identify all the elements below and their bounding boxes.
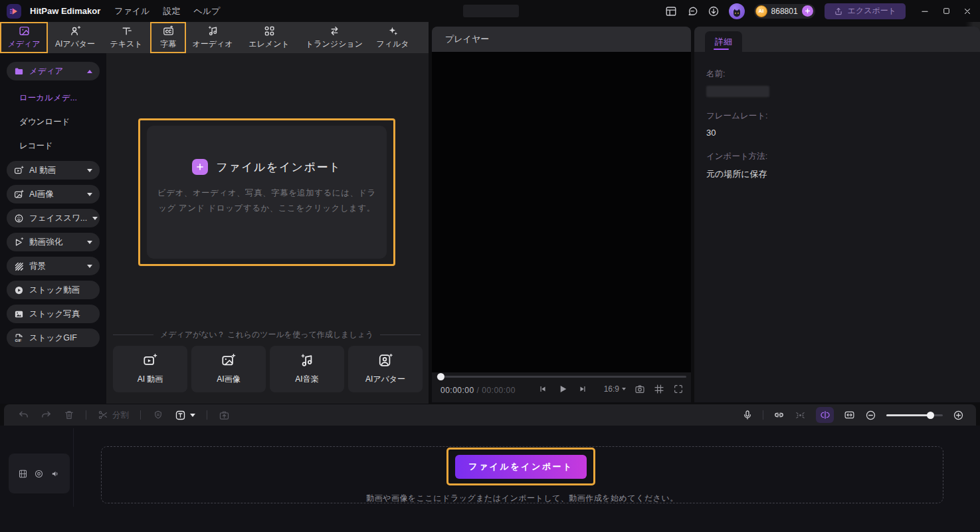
maximize-button[interactable] <box>941 7 951 16</box>
zoom-in-icon[interactable] <box>953 410 964 421</box>
next-frame-button[interactable] <box>578 384 587 394</box>
sidebar-item-stock-video[interactable]: ストック動画 <box>7 281 100 299</box>
play-button[interactable] <box>557 384 568 394</box>
caret-up-icon <box>87 70 92 73</box>
sidebar-item-background[interactable]: 背景 <box>7 257 100 275</box>
tab-label: AIアバター <box>55 39 95 50</box>
sidebar-item-stock-photo[interactable]: ストック写真 <box>7 305 100 323</box>
undo-icon[interactable] <box>18 410 29 421</box>
aspect-ratio-dropdown[interactable]: 16:9 <box>604 384 626 394</box>
sidebar-item-local-media[interactable]: ローカルメデ... <box>7 90 100 105</box>
link-icon[interactable] <box>773 410 785 421</box>
app-window: HitPaw Edimakor ファイル 設定 ヘルプ AI <box>0 0 980 532</box>
timeline-area: ファイルをインポート 動画や画像をここにドラッグまたはインポートして、動画作成を… <box>0 426 980 532</box>
sidebar-item-ai-image[interactable]: AI画像 <box>7 185 100 203</box>
tool-card-ai-music[interactable]: AI音楽 <box>270 346 344 392</box>
sidebar-item-ai-video[interactable]: AI 動画 <box>7 161 100 180</box>
tab-label: エレメント <box>248 39 289 50</box>
sidebar-item-label: 動画強化 <box>29 237 62 248</box>
split-button[interactable]: 分割 <box>98 410 129 421</box>
feedback-bubble-icon[interactable] <box>686 5 698 17</box>
audio-toggle-icon[interactable] <box>50 469 60 479</box>
tab-ai-avatar[interactable]: AIアバター <box>48 22 102 53</box>
caret-down-icon <box>87 193 92 196</box>
export-frame-icon[interactable] <box>219 410 230 421</box>
snap-magnet-icon[interactable] <box>795 410 806 421</box>
download-icon[interactable] <box>708 5 720 17</box>
menu-settings[interactable]: 設定 <box>163 5 180 17</box>
tab-filter[interactable]: フィルタ <box>369 22 416 53</box>
field-value: 30 <box>706 128 968 138</box>
seek-handle[interactable] <box>437 373 444 380</box>
export-button[interactable]: エクスポート <box>825 3 906 19</box>
tool-card-ai-image[interactable]: AI画像 <box>191 346 266 392</box>
snapshot-camera-icon[interactable] <box>635 384 645 394</box>
layout-panels-icon[interactable] <box>665 5 677 17</box>
subtitle-cc-icon <box>163 25 174 37</box>
zoom-out-icon[interactable] <box>865 410 876 421</box>
sidebar-item-record[interactable]: レコード <box>7 138 100 153</box>
zoom-slider-handle[interactable] <box>927 412 934 419</box>
user-avatar[interactable] <box>729 3 745 19</box>
toolbar-right-group <box>741 407 976 423</box>
sidebar-item-label: AI 動画 <box>29 165 56 176</box>
window-controls <box>920 7 972 16</box>
field-label: フレームレート: <box>706 110 968 122</box>
redo-icon[interactable] <box>41 410 52 421</box>
tab-elements[interactable]: エレメント <box>239 22 299 53</box>
tab-details[interactable]: 詳細 <box>705 31 742 52</box>
menu-help[interactable]: ヘルプ <box>193 5 220 17</box>
tab-media[interactable]: メディア <box>0 22 48 53</box>
tab-label: フィルタ <box>376 39 409 50</box>
previous-frame-button[interactable] <box>538 384 547 394</box>
menu-file[interactable]: ファイル <box>114 5 149 17</box>
time-display: 00:00:00 / 00:00:00 <box>441 386 516 395</box>
sidebar-item-download[interactable]: ダウンロード <box>7 114 100 129</box>
tab-text[interactable]: テキスト <box>102 22 150 53</box>
sidebar-item-label: ストックGIF <box>29 332 77 344</box>
fullscreen-icon[interactable] <box>673 384 684 394</box>
film-track-icon[interactable] <box>18 469 28 479</box>
caret-down-icon <box>87 265 92 268</box>
import-dropzone[interactable]: ファイルをインポート ビデオ、オーディオ、写真、字幕を追加するには、ドラッグ ア… <box>147 126 387 259</box>
sidebar-item-stock-gif[interactable]: GIF ストックGIF <box>7 329 100 347</box>
credits-badge[interactable]: AI 868801 <box>754 4 815 19</box>
sidebar-subitem-label: レコード <box>19 140 53 152</box>
ai-avatar-icon <box>378 353 393 368</box>
avatar-person-icon <box>70 25 81 37</box>
transition-arrows-icon <box>329 25 340 37</box>
player-controls: 00:00:00 / 00:00:00 16:9 <box>432 372 691 402</box>
elements-shapes-icon <box>264 25 275 37</box>
tab-audio[interactable]: オーディオ <box>186 22 239 53</box>
microphone-icon[interactable] <box>741 410 753 421</box>
time-total: 00:00:00 <box>482 386 516 395</box>
field-label: 名前: <box>706 68 968 80</box>
tool-card-ai-video[interactable]: AI 動画 <box>113 346 187 392</box>
tab-transition[interactable]: トランジション <box>299 22 369 53</box>
timeline-zoom-slider[interactable] <box>886 414 943 416</box>
tab-label: トランジション <box>306 39 363 50</box>
marker-shield-icon[interactable] <box>152 410 163 421</box>
delete-trash-icon[interactable] <box>63 410 74 421</box>
ai-video-icon <box>14 166 24 176</box>
fit-timeline-icon[interactable] <box>844 410 855 421</box>
auto-ripple-button[interactable] <box>816 407 834 423</box>
timeline-import-button[interactable]: ファイルをインポート <box>455 455 587 479</box>
text-t-icon <box>121 25 132 37</box>
seek-bar[interactable] <box>437 376 686 378</box>
tab-label: テキスト <box>110 39 142 50</box>
sidebar-item-video-enhance[interactable]: 動画強化 <box>7 233 100 251</box>
redacted-file-name <box>706 86 769 97</box>
media-sidebar: メディア ローカルメデ... ダウンロード レコード AI 動画 AI画像 フェ… <box>0 53 106 404</box>
visibility-toggle-icon[interactable] <box>34 469 44 479</box>
text-tool-dropdown[interactable] <box>175 410 195 421</box>
tab-subtitle[interactable]: 字幕 <box>150 22 186 53</box>
grid-crop-icon[interactable] <box>654 384 664 394</box>
tool-card-ai-avatar[interactable]: AIアバター <box>348 346 423 392</box>
sidebar-item-media[interactable]: メディア <box>7 62 100 80</box>
add-credits-button[interactable] <box>802 5 813 17</box>
close-button[interactable] <box>963 7 972 16</box>
sidebar-item-face-swap[interactable]: フェイススワ... <box>7 209 100 227</box>
minimize-button[interactable] <box>920 7 930 16</box>
zoom-slider-fill <box>886 414 931 416</box>
